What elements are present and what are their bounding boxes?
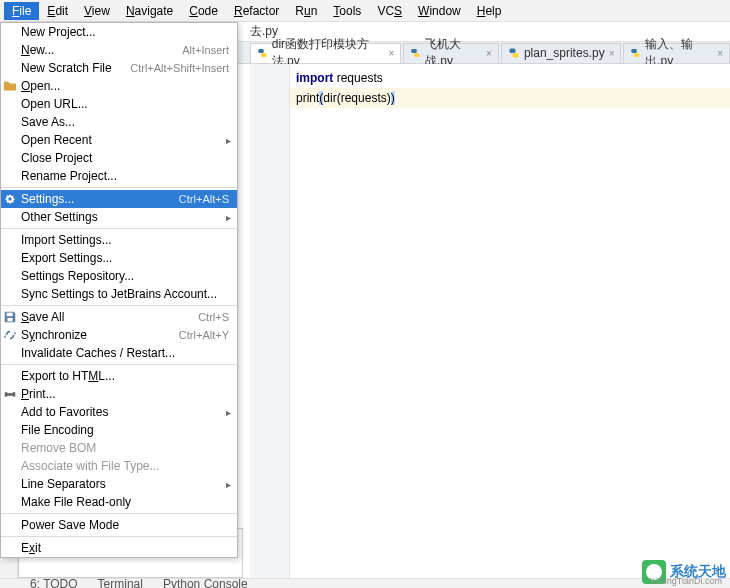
file-menu-open[interactable]: Open... <box>1 77 237 95</box>
file-menu-new-project[interactable]: New Project... <box>1 23 237 41</box>
menu-item-label: Open Recent <box>21 133 229 147</box>
file-menu-new-scratch-file[interactable]: New Scratch FileCtrl+Alt+Shift+Insert <box>1 59 237 77</box>
menu-item-label: Other Settings <box>21 210 229 224</box>
menu-item-label: Exit <box>21 541 229 555</box>
menu-edit[interactable]: Edit <box>39 2 76 20</box>
submenu-arrow-icon: ▸ <box>226 212 231 223</box>
file-menu-rename-project[interactable]: Rename Project... <box>1 167 237 185</box>
editor-tab[interactable]: 输入、输出.py× <box>623 43 730 63</box>
close-icon[interactable]: × <box>609 48 615 59</box>
file-menu-open-recent[interactable]: Open Recent▸ <box>1 131 237 149</box>
file-menu-import-settings[interactable]: Import Settings... <box>1 231 237 249</box>
svg-rect-2 <box>412 49 417 53</box>
menu-run[interactable]: Run <box>287 2 325 20</box>
menu-vcs[interactable]: VCS <box>369 2 410 20</box>
file-menu-open-url[interactable]: Open URL... <box>1 95 237 113</box>
file-menu-export-settings[interactable]: Export Settings... <box>1 249 237 267</box>
menu-view[interactable]: View <box>76 2 118 20</box>
svg-rect-5 <box>512 53 518 58</box>
menu-separator <box>1 187 237 188</box>
file-menu-line-separators[interactable]: Line Separators▸ <box>1 475 237 493</box>
file-menu-settings[interactable]: Settings...Ctrl+Alt+S <box>1 190 237 208</box>
menubar: FileEditViewNavigateCodeRefactorRunTools… <box>0 0 730 22</box>
arg-requests: requests <box>341 91 387 105</box>
menu-item-label: Synchronize <box>21 328 179 342</box>
svg-rect-8 <box>7 313 13 317</box>
menu-separator <box>1 228 237 229</box>
editor-tab[interactable]: dir函数打印模块方法.py× <box>250 43 401 63</box>
open-icon <box>3 79 17 93</box>
settings-icon <box>3 192 17 206</box>
menu-item-shortcut: Ctrl+S <box>198 311 229 323</box>
code-editor[interactable]: import requests print(dir(requests)) <box>290 64 730 578</box>
menu-separator <box>1 536 237 537</box>
menu-file[interactable]: File <box>4 2 39 20</box>
menu-tools[interactable]: Tools <box>325 2 369 20</box>
svg-rect-7 <box>635 53 640 57</box>
file-menu-remove-bom: Remove BOM <box>1 439 237 457</box>
close-icon[interactable]: × <box>717 48 723 59</box>
editor-tab[interactable]: plan_sprites.py× <box>501 43 622 63</box>
close-icon[interactable]: × <box>388 48 394 59</box>
editor-tab[interactable]: 飞机大战.py× <box>403 43 499 63</box>
status-item[interactable]: Python Console <box>163 577 248 589</box>
status-item[interactable]: Terminal <box>98 577 143 589</box>
file-menu-print[interactable]: Print... <box>1 385 237 403</box>
file-menu-associate-with-file-type: Associate with File Type... <box>1 457 237 475</box>
file-menu-sync-settings-to-jetbrains-account[interactable]: Sync Settings to JetBrains Account... <box>1 285 237 303</box>
menu-item-shortcut: Alt+Insert <box>182 44 229 56</box>
menu-item-label: Print... <box>21 387 229 401</box>
close-icon[interactable]: × <box>486 48 492 59</box>
file-menu-dropdown: New Project...New...Alt+InsertNew Scratc… <box>0 22 238 558</box>
menu-item-label: Settings Repository... <box>21 269 229 283</box>
menu-item-label: Open... <box>21 79 229 93</box>
menu-help[interactable]: Help <box>469 2 510 20</box>
menu-item-label: Invalidate Caches / Restart... <box>21 346 229 360</box>
code-line-2: print(dir(requests)) <box>290 88 730 108</box>
menu-item-label: Associate with File Type... <box>21 459 229 473</box>
file-menu-power-save-mode[interactable]: Power Save Mode <box>1 516 237 534</box>
file-menu-make-file-read-only[interactable]: Make File Read-only <box>1 493 237 511</box>
file-menu-save-all[interactable]: Save AllCtrl+S <box>1 308 237 326</box>
status-item[interactable]: 6: TODO <box>30 577 78 589</box>
file-menu-close-project[interactable]: Close Project <box>1 149 237 167</box>
paren-close: ) <box>391 91 395 105</box>
menu-item-label: Add to Favorites <box>21 405 229 419</box>
menu-item-label: Export Settings... <box>21 251 229 265</box>
svg-rect-9 <box>7 318 12 322</box>
file-menu-invalidate-caches-restart[interactable]: Invalidate Caches / Restart... <box>1 344 237 362</box>
menu-item-label: Sync Settings to JetBrains Account... <box>21 287 229 301</box>
menu-item-label: Remove BOM <box>21 441 229 455</box>
file-menu-file-encoding[interactable]: File Encoding <box>1 421 237 439</box>
file-menu-synchronize[interactable]: SynchronizeCtrl+Alt+Y <box>1 326 237 344</box>
watermark: 系统天地 XiTongTianDi.com <box>642 560 726 584</box>
menu-separator <box>1 513 237 514</box>
submenu-arrow-icon: ▸ <box>226 407 231 418</box>
menu-item-label: Settings... <box>21 192 179 206</box>
menu-refactor[interactable]: Refactor <box>226 2 287 20</box>
file-menu-export-to-html[interactable]: Export to HTML... <box>1 367 237 385</box>
file-menu-new[interactable]: New...Alt+Insert <box>1 41 237 59</box>
svg-rect-4 <box>509 49 515 54</box>
menu-item-label: Line Separators <box>21 477 229 491</box>
menu-item-label: Export to HTML... <box>21 369 229 383</box>
svg-rect-0 <box>258 49 263 53</box>
menu-item-label: Import Settings... <box>21 233 229 247</box>
menu-item-label: Power Save Mode <box>21 518 229 532</box>
identifier-requests: requests <box>337 71 383 85</box>
file-menu-exit[interactable]: Exit <box>1 539 237 557</box>
menu-window[interactable]: Window <box>410 2 469 20</box>
menu-item-label: Save All <box>21 310 198 324</box>
submenu-arrow-icon: ▸ <box>226 479 231 490</box>
menu-item-label: Rename Project... <box>21 169 229 183</box>
file-menu-other-settings[interactable]: Other Settings▸ <box>1 208 237 226</box>
file-menu-add-to-favorites[interactable]: Add to Favorites▸ <box>1 403 237 421</box>
menu-code[interactable]: Code <box>181 2 226 20</box>
menu-item-label: New... <box>21 43 182 57</box>
svg-rect-11 <box>7 390 12 394</box>
file-menu-save-as[interactable]: Save As... <box>1 113 237 131</box>
file-menu-settings-repository[interactable]: Settings Repository... <box>1 267 237 285</box>
svg-rect-1 <box>261 53 266 57</box>
menu-item-label: File Encoding <box>21 423 229 437</box>
menu-navigate[interactable]: Navigate <box>118 2 181 20</box>
